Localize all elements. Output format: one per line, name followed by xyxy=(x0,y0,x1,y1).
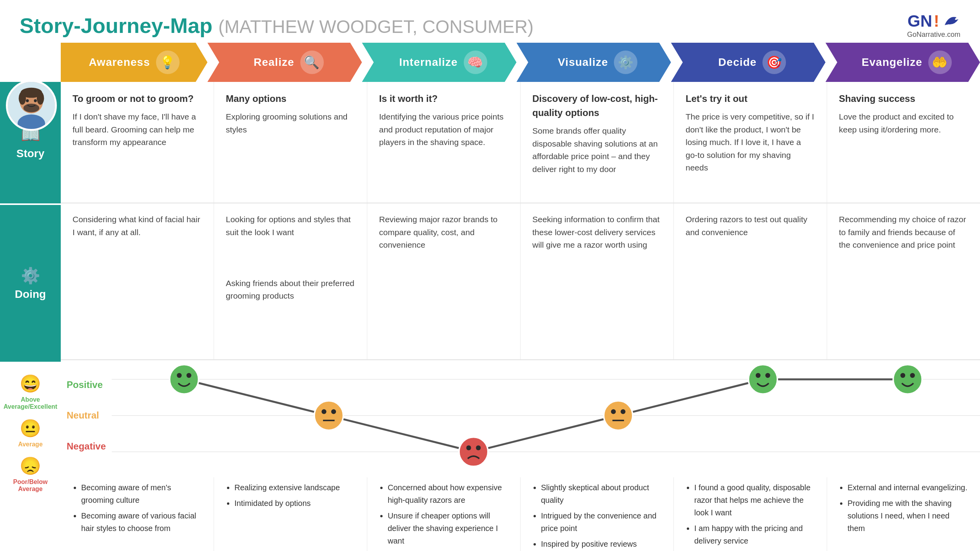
svg-point-14 xyxy=(187,373,191,378)
logo-subtitle: GoNarrative.com xyxy=(907,31,960,39)
stage-icon-evangelize: 🤲 xyxy=(928,51,952,74)
svg-point-23 xyxy=(611,409,616,414)
list-item: Unsure if cheaper options will deliver t… xyxy=(388,509,508,547)
doing-text-awareness: Considering what kind of facial hair I w… xyxy=(73,213,202,239)
svg-point-17 xyxy=(331,409,336,414)
stage-label-decide: Decide xyxy=(718,56,757,69)
stage-visualize: Visualize ⚙️ xyxy=(517,43,671,82)
doing-cell-visualize: Seeking information to confirm that thes… xyxy=(521,203,674,359)
emotion-chart-svg xyxy=(112,362,980,469)
stage-label-realize: Realize xyxy=(254,56,294,69)
svg-chart-wrapper xyxy=(112,362,980,469)
story-text-awareness: If I don't shave my face, I'll have a fu… xyxy=(73,111,202,149)
svg-point-13 xyxy=(177,373,181,378)
stage-realize: Realize 🔍 xyxy=(207,43,362,82)
story-title-awareness: To groom or not to groom? xyxy=(73,92,202,106)
doing-text-visualize: Seeking information to confirm that thes… xyxy=(532,213,662,252)
story-cell-decide: Let's try it out The price is very compe… xyxy=(674,82,827,203)
svg-point-16 xyxy=(321,409,326,414)
doing-text-internalize: Reviewing major razor brands to compare … xyxy=(379,213,508,252)
stage-label-evangelize: Evangelize xyxy=(862,56,922,69)
svg-point-26 xyxy=(748,364,777,394)
list-item: Slightly skeptical about product quality xyxy=(541,481,662,506)
story-row: To groom or not to groom? If I don't sha… xyxy=(61,82,980,203)
doing-text-decide: Ordering razors to test out quality and … xyxy=(686,213,815,239)
list-item: Becoming aware of various facial hair st… xyxy=(81,509,202,535)
story-text-visualize: Some brands offer quality disposable sha… xyxy=(532,125,662,176)
svg-point-27 xyxy=(756,373,760,378)
doing-cell-internalize: Reviewing major razor brands to compare … xyxy=(367,203,521,359)
story-title-realize: Many options xyxy=(226,92,355,106)
emotion-chart-area: Positive Neutral Negative xyxy=(61,362,980,551)
story-cell-realize: Many options Exploring grooming solution… xyxy=(214,82,367,203)
content-grid: 📖 Story ⚙️ Doing To groom or not to groo… xyxy=(0,82,980,362)
emotion-legend: 😄 AboveAverage/Excellent 😐 Average 😞 Poo… xyxy=(0,362,61,551)
list-item: Intrigued by the convenience and price p… xyxy=(541,509,662,535)
svg-point-8 xyxy=(34,99,36,102)
story-title-internalize: Is it worth it? xyxy=(379,92,508,106)
list-item: External and internal evangelizing. xyxy=(848,481,968,494)
svg-point-20 xyxy=(466,446,471,450)
legend-neutral: 😐 Average xyxy=(18,418,43,448)
list-item: Realizing extensive landscape xyxy=(234,481,355,494)
list-item: Becoming aware of men's grooming culture xyxy=(81,481,202,506)
list-item: Providing me with the shaving solutions … xyxy=(848,497,968,535)
bullets-visualize: Slightly skeptical about product quality… xyxy=(521,477,674,551)
svg-point-15 xyxy=(314,401,343,430)
doing-cell-realize: Looking for options and styles that suit… xyxy=(214,203,367,359)
list-item: Concerned about how expensive high-quali… xyxy=(388,481,508,506)
list-item: I am happy with the pricing and delivery… xyxy=(694,522,815,547)
stage-label-internalize: Internalize xyxy=(399,56,457,69)
svg-point-24 xyxy=(621,409,625,414)
svg-point-12 xyxy=(170,364,199,394)
bullets-realize: Realizing extensive landscapeIntimidated… xyxy=(214,477,367,551)
svg-point-31 xyxy=(910,373,915,378)
story-cell-awareness: To groom or not to groom? If I don't sha… xyxy=(61,82,214,203)
story-text-realize: Exploring grooming solutions and styles xyxy=(226,111,355,136)
list-item: I found a good quality, disposable razor… xyxy=(694,481,815,519)
svg-point-19 xyxy=(459,437,488,466)
bullets-decide: I found a good quality, disposable razor… xyxy=(674,477,827,551)
bullets-evangelize: External and internal evangelizing.Provi… xyxy=(827,477,980,551)
doing-label: ⚙️ Doing xyxy=(0,205,61,362)
chart-container: Positive Neutral Negative xyxy=(61,362,980,469)
bullets-row: Becoming aware of men's grooming culture… xyxy=(61,469,980,551)
bullets-internalize: Concerned about how expensive high-quali… xyxy=(367,477,521,551)
list-item: Intimidated by options xyxy=(234,497,355,509)
stage-icon-internalize: 🧠 xyxy=(464,51,487,74)
doing-text-realize: Looking for options and styles that suit… xyxy=(226,213,355,303)
stage-awareness: Awareness 💡 xyxy=(61,43,207,82)
story-title-evangelize: Shaving success xyxy=(839,92,968,106)
stage-internalize: Internalize 🧠 xyxy=(362,43,516,82)
svg-point-30 xyxy=(900,373,905,378)
legend-negative: 😞 Poor/BelowAverage xyxy=(13,456,47,493)
stage-label-awareness: Awareness xyxy=(89,56,150,69)
stage-label-visualize: Visualize xyxy=(558,56,608,69)
story-cell-visualize: Discovery of low-cost, high-quality opti… xyxy=(521,82,674,203)
stage-evangelize: Evangelize 🤲 xyxy=(826,43,980,82)
svg-point-21 xyxy=(476,446,481,450)
stages-row: Awareness 💡 Realize 🔍 Internalize 🧠 Visu… xyxy=(0,43,980,82)
y-axis-labels: Positive Neutral Negative xyxy=(61,362,112,469)
avatar xyxy=(6,80,57,131)
doing-cell-evangelize: Recommending my choice of razor to famil… xyxy=(827,203,980,359)
doing-text-evangelize: Recommending my choice of razor to famil… xyxy=(839,213,968,252)
story-title-visualize: Discovery of low-cost, high-quality opti… xyxy=(532,92,662,120)
stage-decide: Decide 🎯 xyxy=(671,43,826,82)
logo-text: GN xyxy=(907,12,932,31)
story-text-evangelize: Love the product and excited to keep usi… xyxy=(839,111,968,136)
svg-point-29 xyxy=(893,364,922,394)
stage-icon-visualize: ⚙️ xyxy=(614,51,637,74)
doing-row: Considering what kind of facial hair I w… xyxy=(61,203,980,360)
emotion-area: 😄 AboveAverage/Excellent 😐 Average 😞 Poo… xyxy=(0,362,980,551)
negative-label: Negative xyxy=(67,441,106,452)
logo-bird-icon xyxy=(941,13,960,29)
svg-point-22 xyxy=(604,401,633,430)
page: Story-Journey-Map (MATTHEW WOODGET, CONS… xyxy=(0,0,980,551)
story-cell-evangelize: Shaving success Love the product and exc… xyxy=(827,82,980,203)
svg-point-28 xyxy=(765,373,770,378)
logo: GN ! GoNarrative.com xyxy=(907,12,960,39)
stage-icon-realize: 🔍 xyxy=(300,51,324,74)
legend-positive: 😄 AboveAverage/Excellent xyxy=(4,373,57,410)
subtitle: (MATTHEW WOODGET, CONSUMER) xyxy=(218,16,534,37)
